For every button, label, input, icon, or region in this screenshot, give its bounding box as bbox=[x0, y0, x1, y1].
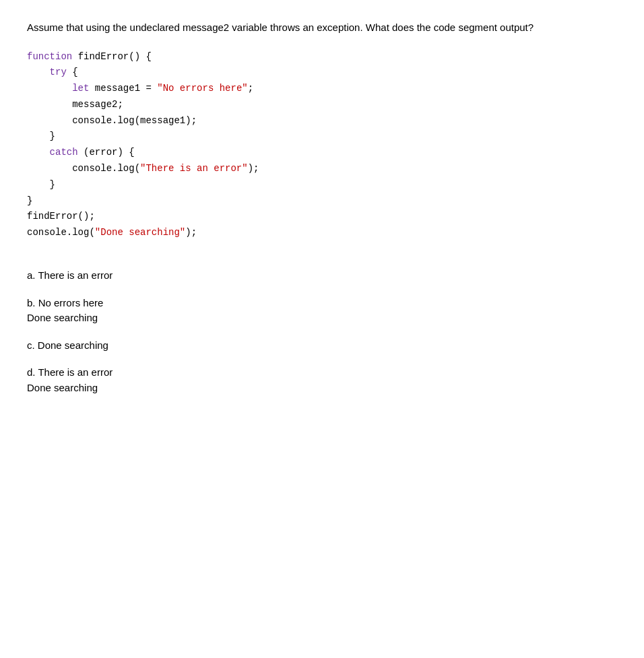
code-line: message2; bbox=[27, 97, 617, 113]
answer-option: b. No errors hereDone searching bbox=[27, 296, 617, 326]
code-line: console.log("There is an error"); bbox=[27, 161, 617, 177]
code-line: } bbox=[27, 177, 617, 193]
code-line: findError(); bbox=[27, 209, 617, 225]
code-block: function findError() { try { let message… bbox=[27, 49, 617, 242]
answer-option: c. Done searching bbox=[27, 338, 617, 354]
code-line: let message1 = "No errors here"; bbox=[27, 81, 617, 97]
question-text: Assume that using the undeclared message… bbox=[27, 20, 617, 36]
code-line: console.log("Done searching"); bbox=[27, 225, 617, 241]
code-line: function findError() { bbox=[27, 49, 617, 65]
answers-section: a. There is an errorb. No errors hereDon… bbox=[27, 268, 617, 395]
question-container: Assume that using the undeclared message… bbox=[27, 20, 617, 395]
answer-option: a. There is an error bbox=[27, 268, 617, 284]
code-line: console.log(message1); bbox=[27, 113, 617, 129]
code-line: } bbox=[27, 129, 617, 145]
answer-option: d. There is an errorDone searching bbox=[27, 365, 617, 395]
code-line: } bbox=[27, 193, 617, 209]
code-line: try { bbox=[27, 65, 617, 81]
code-line: catch (error) { bbox=[27, 145, 617, 161]
